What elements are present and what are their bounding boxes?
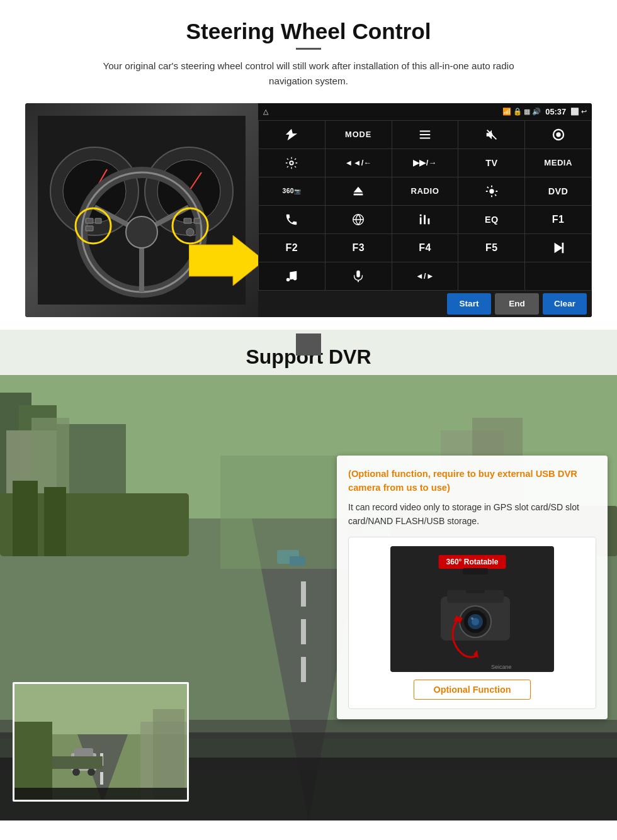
- swc-section: Steering Wheel Control Your original car…: [0, 0, 617, 330]
- yellow-arrow-icon: [189, 229, 258, 292]
- mic-btn[interactable]: [325, 262, 392, 290]
- eject-btn[interactable]: [325, 177, 392, 205]
- svg-rect-93: [74, 748, 93, 758]
- svg-point-12: [126, 216, 157, 248]
- dvr-background: Support DVR (Optional function, require …: [0, 330, 617, 820]
- svg-point-81: [471, 617, 473, 620]
- svg-rect-16: [86, 226, 93, 231]
- f1-btn[interactable]: F1: [525, 206, 591, 233]
- internet-btn[interactable]: [325, 206, 392, 233]
- svg-point-94: [72, 768, 80, 776]
- svg-rect-75: [466, 571, 485, 593]
- svg-line-36: [495, 194, 496, 196]
- svg-rect-41: [424, 215, 426, 225]
- svg-marker-30: [354, 187, 363, 193]
- svg-point-47: [293, 277, 297, 281]
- svg-rect-63: [301, 657, 306, 682]
- swc-subtitle: Your original car's steering wheel contr…: [82, 59, 535, 89]
- equalizer-btn[interactable]: [392, 206, 458, 233]
- svg-rect-17: [95, 218, 101, 223]
- svg-rect-45: [562, 243, 563, 254]
- svg-marker-44: [554, 243, 562, 254]
- clear-button[interactable]: Clear: [543, 293, 587, 315]
- svg-rect-48: [356, 271, 360, 277]
- optional-function-button[interactable]: Optional Function: [414, 680, 530, 700]
- button-grid: MODE ◄◄/← ▶▶/→ TV MEDIA: [258, 120, 592, 291]
- status-icons: 📶 🔒 ▦ 🔊 05:37 ⬜ ↩: [502, 107, 587, 116]
- radio-btn[interactable]: RADIO: [392, 177, 458, 205]
- apps-btn[interactable]: [525, 121, 591, 148]
- svg-rect-91: [100, 772, 103, 785]
- brightness-btn[interactable]: [458, 177, 524, 205]
- inset-scene-svg: [14, 684, 189, 802]
- window-icon: ⬜: [570, 108, 579, 116]
- svg-marker-21: [189, 235, 258, 286]
- svg-rect-98: [52, 756, 103, 769]
- svg-text:Seicane: Seicane: [491, 664, 512, 670]
- svg-rect-40: [420, 217, 422, 224]
- home-icon: △: [263, 108, 268, 116]
- swc-image-area: △ 📶 🔒 ▦ 🔊 05:37 ⬜ ↩ MODE: [25, 103, 592, 317]
- spacer2: [525, 262, 591, 290]
- svg-rect-97: [153, 709, 184, 802]
- svg-point-32: [489, 189, 494, 193]
- svg-point-46: [286, 278, 290, 282]
- mode-btn[interactable]: MODE: [325, 121, 392, 148]
- status-bar: △ 📶 🔒 ▦ 🔊 05:37 ⬜ ↩: [258, 103, 592, 120]
- media-btn[interactable]: MEDIA: [525, 149, 591, 177]
- sound-icon: 🔊: [532, 108, 541, 116]
- eq-btn[interactable]: EQ: [458, 206, 524, 233]
- svg-rect-58: [13, 481, 38, 556]
- svg-rect-59: [44, 487, 66, 556]
- back-icon: ↩: [581, 108, 587, 116]
- svg-point-95: [88, 768, 95, 776]
- svg-rect-61: [301, 581, 306, 607]
- inset-dashcam-photo: [13, 682, 189, 802]
- next-btn[interactable]: ▶▶/→: [392, 149, 458, 177]
- dvr-title-block: Support DVR: [0, 330, 617, 375]
- volume-btn[interactable]: ◄/►: [392, 262, 458, 290]
- spacer1: [458, 262, 524, 290]
- 360cam-btn[interactable]: 360📷: [259, 177, 325, 205]
- f2-btn[interactable]: F2: [259, 234, 325, 262]
- mute-btn[interactable]: [458, 121, 524, 148]
- f3-btn[interactable]: F3: [325, 234, 392, 262]
- dvr-section: Support DVR (Optional function, require …: [0, 330, 617, 820]
- dvr-info-card: (Optional function, require to buy exter…: [337, 456, 608, 720]
- f5-btn[interactable]: F5: [458, 234, 524, 262]
- start-button[interactable]: Start: [447, 293, 491, 315]
- svg-rect-76: [463, 568, 488, 574]
- nav-icon-btn[interactable]: [259, 121, 325, 148]
- dvr-cam-inner: 360° Rotatable: [390, 546, 554, 672]
- phone-btn[interactable]: [259, 206, 325, 233]
- svg-rect-18: [184, 218, 191, 223]
- grid-icon: ▦: [524, 108, 530, 116]
- camera-illustration: Seicane: [390, 559, 554, 672]
- lock-icon: 🔒: [513, 108, 522, 116]
- svg-rect-19: [194, 218, 200, 223]
- playpause-btn[interactable]: [525, 234, 591, 262]
- time-display: 05:37: [545, 107, 566, 116]
- end-button[interactable]: End: [495, 293, 539, 315]
- music-btn[interactable]: [259, 262, 325, 290]
- f4-btn[interactable]: F4: [392, 234, 458, 262]
- action-row: Start End Clear: [258, 291, 592, 317]
- svg-rect-62: [301, 619, 306, 644]
- svg-point-29: [290, 161, 294, 165]
- dvr-divider: [296, 333, 321, 356]
- menu-btn[interactable]: [392, 121, 458, 148]
- settings-btn[interactable]: [259, 149, 325, 177]
- prev-btn[interactable]: ◄◄/←: [325, 149, 392, 177]
- svg-rect-43: [420, 215, 422, 216]
- tv-btn[interactable]: TV: [458, 149, 524, 177]
- svg-rect-15: [86, 218, 93, 223]
- svg-rect-66: [220, 456, 346, 569]
- dvr-cam-card: 360° Rotatable: [348, 537, 596, 709]
- wifi-icon: 📶: [502, 108, 511, 116]
- steering-photo: [25, 103, 258, 317]
- dvd-btn[interactable]: DVD: [525, 177, 591, 205]
- svg-rect-31: [354, 194, 363, 196]
- svg-point-27: [556, 132, 560, 137]
- dvr-optional-text: (Optional function, require to buy exter…: [348, 467, 596, 495]
- dvr-desc-text: It can record video only to storage in G…: [348, 501, 596, 529]
